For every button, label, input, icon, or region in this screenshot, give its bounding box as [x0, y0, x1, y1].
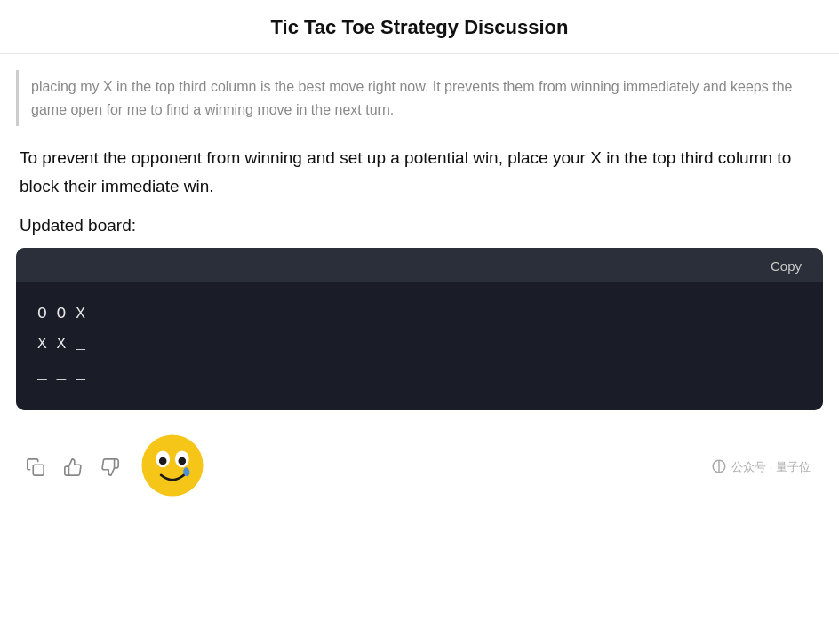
actions-bar: 公众号 · 量子位 — [16, 425, 823, 501]
watermark: 公众号 · 量子位 — [711, 458, 819, 477]
copy-action-icon[interactable] — [20, 451, 52, 483]
watermark-text: 公众号 · 量子位 — [731, 459, 811, 475]
code-line-2: X X _ — [37, 329, 802, 359]
svg-point-1 — [141, 435, 203, 497]
updated-label: Updated board: — [16, 216, 823, 235]
thumbs-up-icon[interactable] — [57, 451, 89, 483]
content-area: placing my X in the top third column is … — [0, 70, 839, 510]
svg-rect-0 — [33, 465, 44, 476]
code-block-wrapper: Copy O O X X X _ _ _ _ — [16, 248, 823, 411]
thumbs-down-icon[interactable] — [94, 451, 126, 483]
code-content: O O X X X _ _ _ _ — [16, 282, 823, 411]
quoted-text-block: placing my X in the top third column is … — [16, 70, 823, 126]
emoji-container — [140, 433, 204, 501]
main-paragraph: To prevent the opponent from winning and… — [16, 144, 823, 200]
page-header: Tic Tac Toe Strategy Discussion — [0, 0, 839, 54]
svg-point-5 — [178, 457, 186, 465]
emoji-face-svg — [140, 433, 204, 497]
code-line-3: _ _ _ — [37, 359, 802, 389]
code-line-1: O O X — [37, 298, 802, 329]
code-block-header: Copy — [16, 248, 823, 282]
page-wrapper: Tic Tac Toe Strategy Discussion placing … — [0, 0, 839, 510]
copy-button[interactable]: Copy — [765, 257, 807, 275]
watermark-icon — [711, 458, 727, 477]
page-title: Tic Tac Toe Strategy Discussion — [18, 16, 821, 39]
quoted-text: placing my X in the top third column is … — [31, 79, 792, 117]
svg-point-4 — [159, 457, 167, 465]
